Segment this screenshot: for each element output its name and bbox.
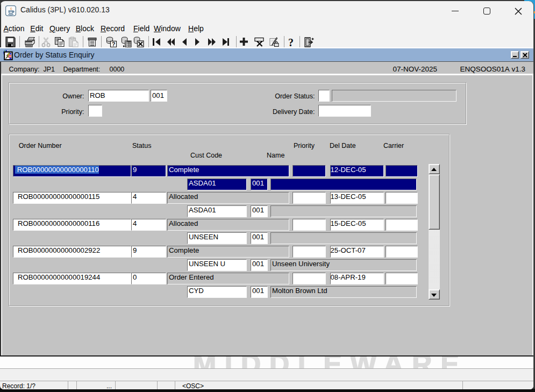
svg-text:?: ? [112, 41, 116, 47]
svg-text:?: ? [288, 37, 294, 48]
